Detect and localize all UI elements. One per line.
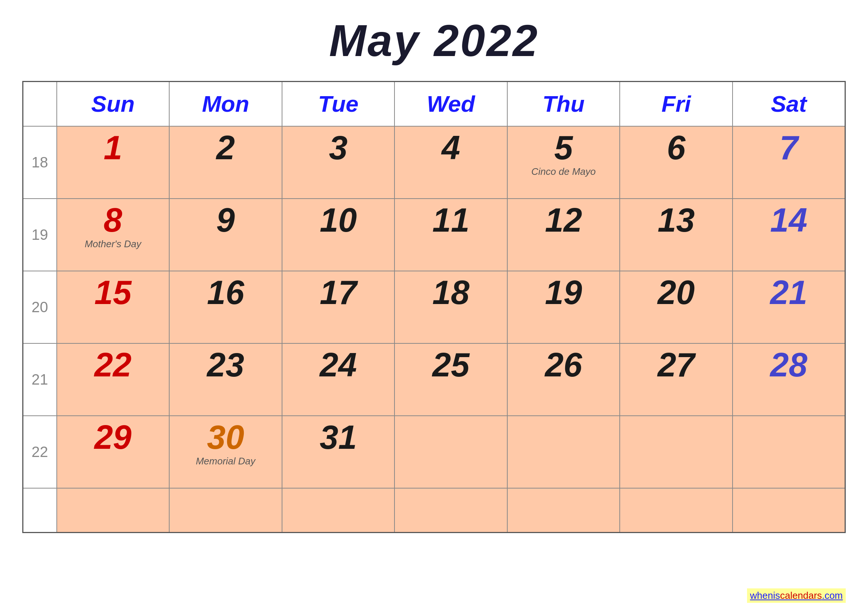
day-number: 6 (624, 131, 728, 164)
day-cell: 18 (394, 271, 507, 343)
day-cell: 2 (169, 126, 282, 198)
day-number: 8 (61, 203, 166, 237)
day-number: 16 (173, 276, 278, 309)
day-cell: 12 (507, 198, 620, 271)
day-number: 5 (512, 131, 616, 164)
header-row: Sun Mon Tue Wed Thu Fri Sat (23, 82, 845, 126)
day-number: 10 (286, 203, 391, 237)
week-number-21: 21 (23, 343, 57, 416)
holiday-label: Cinco de Mayo (512, 166, 616, 177)
day-cell (507, 416, 620, 488)
day-cell: 28 (733, 343, 845, 416)
calendar-table: Sun Mon Tue Wed Thu Fri Sat 1812345Cinco… (22, 81, 846, 533)
day-number: 28 (737, 348, 841, 381)
day-cell: 6 (620, 126, 733, 198)
day-cell: 10 (282, 198, 395, 271)
day-cell (620, 416, 733, 488)
day-cell: 7 (733, 126, 845, 198)
day-cell: 25 (394, 343, 507, 416)
day-number: 27 (624, 348, 728, 381)
day-number: 30 (173, 420, 278, 454)
day-cell: 8Mother's Day (57, 198, 170, 271)
holiday-label: Mother's Day (61, 238, 166, 250)
day-cell: 29 (57, 416, 170, 488)
page-title: May 2022 (329, 15, 539, 66)
day-number: 2 (173, 131, 278, 164)
day-number: 26 (512, 348, 616, 381)
empty-cell (57, 488, 170, 533)
empty-cell (169, 488, 282, 533)
day-number: 29 (61, 420, 166, 454)
header-tue: Tue (282, 82, 395, 126)
header-thu: Thu (507, 82, 620, 126)
day-cell: 19 (507, 271, 620, 343)
day-number: 24 (286, 348, 391, 381)
header-sun: Sun (57, 82, 170, 126)
day-cell: 4 (394, 126, 507, 198)
day-cell: 17 (282, 271, 395, 343)
day-cell: 22 (57, 343, 170, 416)
empty-cell (282, 488, 395, 533)
empty-cell (394, 488, 507, 533)
day-number: 22 (61, 348, 166, 381)
day-number: 12 (512, 203, 616, 237)
day-number: 14 (737, 203, 841, 237)
day-number: 20 (624, 276, 728, 309)
week-row-21: 2122232425262728 (23, 343, 845, 416)
week-row-19: 198Mother's Day91011121314 (23, 198, 845, 271)
empty-cell (507, 488, 620, 533)
empty-cell (733, 488, 845, 533)
header-wk (23, 82, 57, 126)
header-sat: Sat (733, 82, 845, 126)
day-cell: 9 (169, 198, 282, 271)
day-cell: 15 (57, 271, 170, 343)
header-fri: Fri (620, 82, 733, 126)
empty-row (23, 488, 845, 533)
day-number: 7 (737, 131, 841, 164)
day-cell: 3 (282, 126, 395, 198)
holiday-label: Memorial Day (173, 456, 278, 467)
week-number-22: 22 (23, 416, 57, 488)
day-cell: 14 (733, 198, 845, 271)
day-number: 19 (512, 276, 616, 309)
day-number: 13 (624, 203, 728, 237)
day-cell: 11 (394, 198, 507, 271)
day-number: 9 (173, 203, 278, 237)
watermark[interactable]: wheniscalendars.com (747, 588, 846, 603)
day-number: 3 (286, 131, 391, 164)
week-number-20: 20 (23, 271, 57, 343)
day-cell: 1 (57, 126, 170, 198)
day-number: 25 (398, 348, 503, 381)
day-cell: 31 (282, 416, 395, 488)
day-cell: 23 (169, 343, 282, 416)
week-row-22: 222930Memorial Day31 (23, 416, 845, 488)
day-number: 4 (398, 131, 503, 164)
day-cell: 30Memorial Day (169, 416, 282, 488)
empty-cell (23, 488, 57, 533)
empty-cell (620, 488, 733, 533)
day-number: 1 (61, 131, 166, 164)
header-mon: Mon (169, 82, 282, 126)
week-number-19: 19 (23, 198, 57, 271)
day-cell: 27 (620, 343, 733, 416)
day-number: 23 (173, 348, 278, 381)
day-cell (733, 416, 845, 488)
day-cell: 20 (620, 271, 733, 343)
day-number: 17 (286, 276, 391, 309)
week-row-18: 1812345Cinco de Mayo67 (23, 126, 845, 198)
day-cell (394, 416, 507, 488)
day-number: 31 (286, 420, 391, 454)
day-cell: 21 (733, 271, 845, 343)
week-row-20: 2015161718192021 (23, 271, 845, 343)
day-cell: 13 (620, 198, 733, 271)
day-number: 21 (737, 276, 841, 309)
day-cell: 24 (282, 343, 395, 416)
header-wed: Wed (394, 82, 507, 126)
day-cell: 5Cinco de Mayo (507, 126, 620, 198)
day-cell: 16 (169, 271, 282, 343)
day-number: 15 (61, 276, 166, 309)
day-number: 11 (398, 203, 503, 237)
day-number: 18 (398, 276, 503, 309)
week-number-18: 18 (23, 126, 57, 198)
day-cell: 26 (507, 343, 620, 416)
